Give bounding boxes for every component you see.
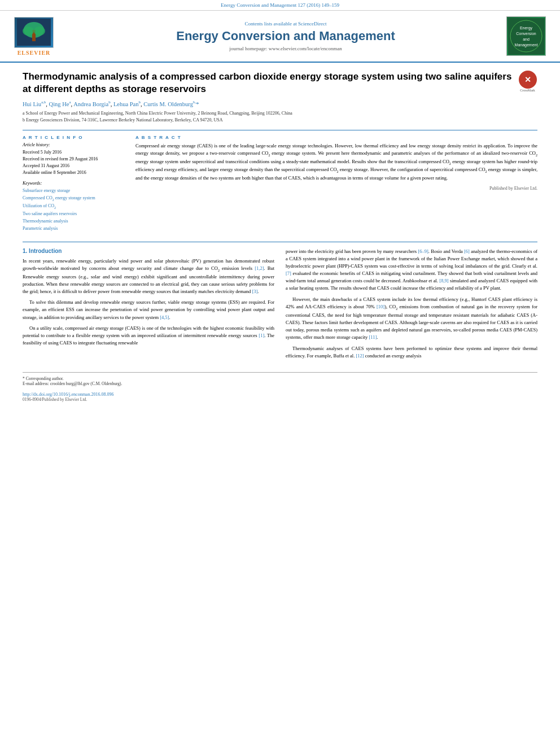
- journal-title: Energy Conversion and Management: [68, 29, 504, 43]
- authors: Hui Liua,b, Qing Hea, Andrea Borgiab, Le…: [23, 100, 537, 107]
- body-col-left: 1. Introduction In recent years, renewab…: [23, 248, 274, 363]
- elsevier-logo: ELSEVIER: [11, 17, 56, 56]
- abstract-label: A B S T R A C T: [135, 135, 537, 140]
- section1-heading: 1. Introduction: [23, 248, 274, 254]
- article-info: A R T I C L E I N F O Article history: R…: [23, 135, 124, 233]
- abstract-paragraph: Compressed air energy storage (CAES) is …: [135, 142, 537, 182]
- author-curtis-oldenburg: Curtis M. Oldenburg: [143, 101, 193, 107]
- doi-line: http://dx.doi.org/10.1016/j.enconman.201…: [23, 392, 537, 397]
- footnotes: * Corresponding author. E-mail address: …: [23, 372, 537, 386]
- sciencedirect-link: Contents lists available at ScienceDirec…: [68, 21, 504, 27]
- received-date: Received 5 July 2016: [23, 149, 124, 156]
- svg-text:Energy: Energy: [519, 26, 532, 30]
- keyword-2: Compressed CO2 energy storage system: [23, 195, 124, 203]
- issn-line: 0196-8904/Published by Elsevier Ltd.: [23, 397, 537, 402]
- body-text-left: In recent years, renewable energy, parti…: [23, 257, 274, 347]
- corresponding-note: * Corresponding author.: [23, 376, 537, 381]
- main-content: Thermodynamic analysis of a compressed c…: [0, 63, 560, 413]
- journal-homepage: journal homepage: www.elsevier.com/locat…: [68, 46, 504, 51]
- email-note: E-mail address: croolden burg@lbl.gov (C…: [23, 381, 537, 386]
- body-content: 1. Introduction In recent years, renewab…: [23, 248, 537, 363]
- revised-date: Received in revised form 29 August 2016: [23, 156, 124, 163]
- elsevier-logo-img: [14, 17, 54, 48]
- paper-title: Thermodynamic analysis of a compressed c…: [23, 71, 512, 95]
- header-right: Energy Conversion and Management: [504, 16, 549, 56]
- svg-text:Conversion: Conversion: [516, 32, 536, 36]
- article-info-label: A R T I C L E I N F O: [23, 135, 124, 140]
- crossmark: ✕ CrossMark: [518, 71, 537, 92]
- affiliation-b: b Energy Geosciences Division, 74-316C, …: [23, 117, 537, 123]
- article-history-label: Article history:: [23, 142, 124, 147]
- journal-citation: Energy Conversion and Management 127 (20…: [221, 2, 339, 8]
- keyword-1: Subsurface energy storage: [23, 187, 124, 195]
- intro-para-4: power into the electricity grid has been…: [286, 248, 537, 292]
- elsevier-text: ELSEVIER: [18, 50, 51, 56]
- page-header: ELSEVIER Contents lists available at Sci…: [0, 11, 560, 63]
- available-date: Available online 8 September 2016: [23, 169, 124, 176]
- article-info-abstract: A R T I C L E I N F O Article history: R…: [23, 130, 537, 233]
- section-divider: [23, 242, 537, 242]
- paper-title-area: Thermodynamic analysis of a compressed c…: [23, 71, 537, 95]
- crossmark-text: CrossMark: [520, 89, 535, 92]
- author-hui-liu: Hui Liu: [23, 101, 41, 107]
- intro-para-1: In recent years, renewable energy, parti…: [23, 257, 274, 296]
- published-by: Published by Elsevier Ltd.: [135, 185, 537, 192]
- accepted-date: Accepted 31 August 2016: [23, 163, 124, 169]
- abstract-text: Compressed air energy storage (CAES) is …: [135, 142, 537, 192]
- keywords-label: Keywords:: [23, 181, 124, 186]
- affiliations: a School of Energy Power and Mechanical …: [23, 110, 537, 123]
- intro-para-5: However, the main drawbacks of a CAES sy…: [286, 296, 537, 342]
- author-andrea-borgia: Andrea Borgia: [73, 101, 108, 107]
- keywords: Keywords: Subsurface energy storage Comp…: [23, 181, 124, 233]
- crossmark-icon: ✕: [519, 71, 537, 89]
- body-col-right: power into the electricity grid has been…: [286, 248, 537, 363]
- body-text-right: power into the electricity grid has been…: [286, 248, 537, 360]
- affiliation-a: a School of Energy Power and Mechanical …: [23, 110, 537, 116]
- keyword-3: Utilization of CO2: [23, 203, 124, 211]
- svg-point-4: [34, 27, 45, 36]
- intro-para-2: To solve this dilemma and develop renewa…: [23, 299, 274, 321]
- author-qing-he: Qing He: [49, 101, 69, 107]
- journal-bar: Energy Conversion and Management 127 (20…: [0, 0, 560, 11]
- keyword-5: Thermodynamic analysis: [23, 218, 124, 225]
- author-lehua-pan: Lehua Pan: [113, 101, 139, 107]
- article-history: Article history: Received 5 July 2016 Re…: [23, 142, 124, 176]
- abstract: A B S T R A C T Compressed air energy st…: [135, 135, 537, 233]
- svg-rect-5: [508, 18, 545, 55]
- intro-para-6: Thermodynamic analyses of CAES systems h…: [286, 345, 537, 360]
- header-center: Contents lists available at ScienceDirec…: [68, 21, 504, 51]
- svg-text:Management: Management: [514, 43, 537, 47]
- keyword-6: Parametric analysis: [23, 225, 124, 233]
- intro-para-3: On a utility scale, compressed air energ…: [23, 325, 274, 347]
- keyword-4: Two saline aquifers reservoirs: [23, 211, 124, 218]
- ecm-logo: Energy Conversion and Management: [506, 16, 546, 56]
- svg-text:and: and: [523, 37, 530, 41]
- svg-point-3: [23, 27, 34, 36]
